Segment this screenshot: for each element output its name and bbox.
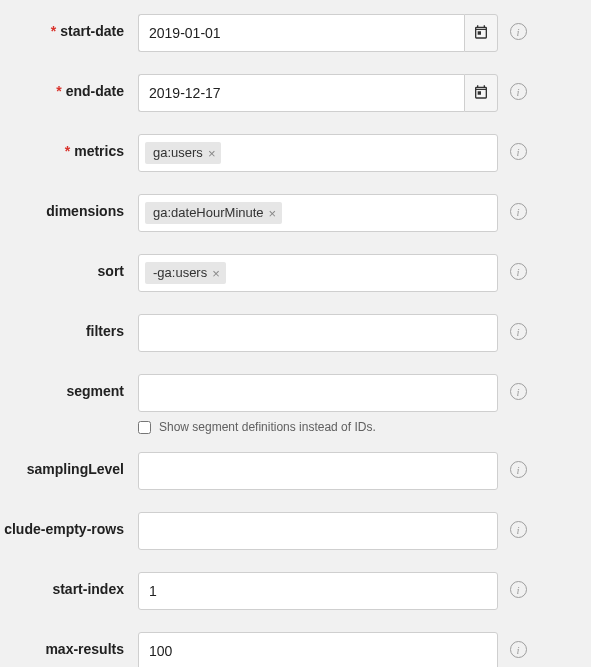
info-icon[interactable]: i (510, 143, 527, 160)
tag-label: -ga:users (153, 265, 207, 281)
sort-input[interactable]: -ga:users × (138, 254, 498, 292)
segment-label: segment (0, 374, 138, 399)
info-icon[interactable]: i (510, 263, 527, 280)
end-date-label: *end-date (0, 74, 138, 99)
segment-definitions-checkbox[interactable] (138, 421, 151, 434)
include-empty-rows-input[interactable] (138, 512, 498, 550)
start-date-input[interactable] (138, 14, 464, 52)
required-asterisk: * (65, 143, 70, 159)
calendar-icon (473, 84, 489, 103)
remove-tag-icon[interactable]: × (208, 147, 216, 160)
info-icon[interactable]: i (510, 581, 527, 598)
include-empty-rows-label: clude-empty-rows (0, 512, 138, 537)
info-icon[interactable]: i (510, 23, 527, 40)
filters-label: filters (0, 314, 138, 339)
info-icon[interactable]: i (510, 323, 527, 340)
end-date-input[interactable] (138, 74, 464, 112)
required-asterisk: * (51, 23, 56, 39)
sampling-level-input[interactable] (138, 452, 498, 490)
metrics-label: *metrics (0, 134, 138, 159)
filters-input[interactable] (138, 314, 498, 352)
sort-tag: -ga:users × (145, 262, 226, 284)
end-date-picker-button[interactable] (464, 74, 498, 112)
info-icon[interactable]: i (510, 521, 527, 538)
sampling-level-label: samplingLevel (0, 452, 138, 477)
start-index-label: start-index (0, 572, 138, 597)
max-results-label: max-results (0, 632, 138, 657)
remove-tag-icon[interactable]: × (269, 207, 277, 220)
info-icon[interactable]: i (510, 641, 527, 658)
start-date-picker-button[interactable] (464, 14, 498, 52)
required-asterisk: * (56, 83, 61, 99)
segment-definitions-checkbox-label: Show segment definitions instead of IDs. (159, 420, 376, 434)
dimensions-input[interactable]: ga:dateHourMinute × (138, 194, 498, 232)
info-icon[interactable]: i (510, 203, 527, 220)
info-icon[interactable]: i (510, 461, 527, 478)
dimensions-label: dimensions (0, 194, 138, 219)
calendar-icon (473, 24, 489, 43)
segment-input[interactable] (138, 374, 498, 412)
metrics-input[interactable]: ga:users × (138, 134, 498, 172)
dimensions-tag: ga:dateHourMinute × (145, 202, 282, 224)
tag-label: ga:users (153, 145, 203, 161)
info-icon[interactable]: i (510, 83, 527, 100)
sort-label: sort (0, 254, 138, 279)
metrics-tag: ga:users × (145, 142, 221, 164)
max-results-input[interactable] (138, 632, 498, 667)
remove-tag-icon[interactable]: × (212, 267, 220, 280)
start-index-input[interactable] (138, 572, 498, 610)
info-icon[interactable]: i (510, 383, 527, 400)
start-date-label: *start-date (0, 14, 138, 39)
tag-label: ga:dateHourMinute (153, 205, 264, 221)
